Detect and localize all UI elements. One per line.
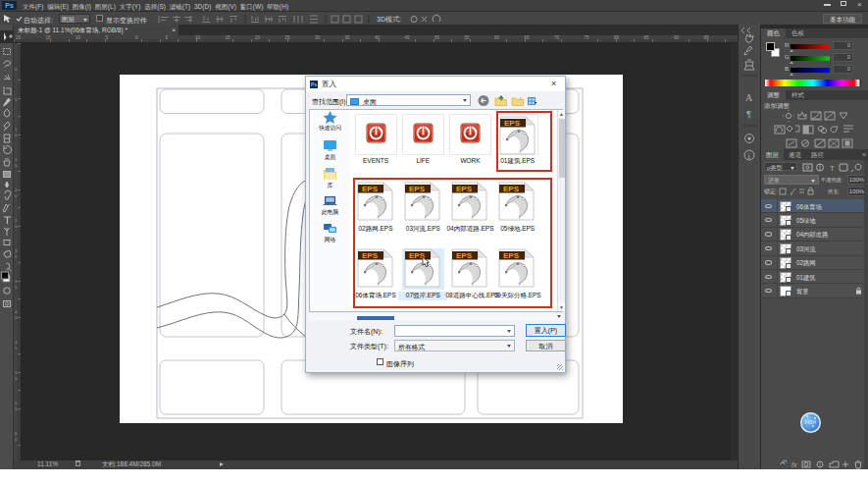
svg-text:T: T: [830, 164, 835, 173]
svg-text:i: i: [748, 152, 751, 161]
svg-text:3D模式:: 3D模式:: [377, 16, 401, 24]
svg-text:¶: ¶: [746, 109, 751, 119]
svg-text:fx: fx: [791, 461, 797, 468]
svg-text:A: A: [745, 92, 753, 103]
